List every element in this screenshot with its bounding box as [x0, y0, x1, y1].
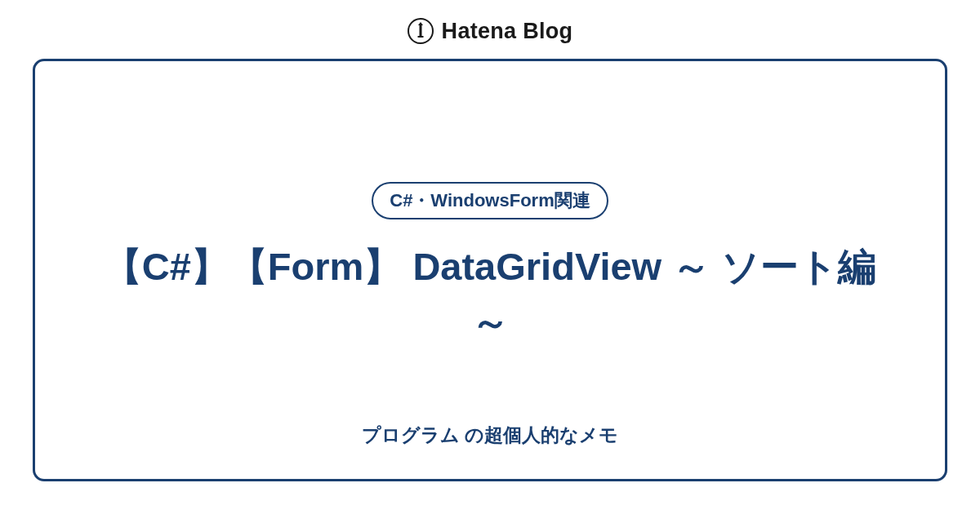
blog-name: プログラム の超個人的なメモ: [362, 423, 618, 448]
brand-header: Hatena Blog: [0, 0, 980, 59]
article-card: C#・WindowsForm関連 【C#】【Form】 DataGridView…: [33, 59, 947, 481]
brand-name: Hatena Blog: [442, 19, 573, 44]
category-badge: C#・WindowsForm関連: [372, 182, 608, 219]
hatena-logo-icon: [408, 18, 434, 44]
article-title: 【C#】【Form】 DataGridView ～ ソート編 ～: [84, 239, 896, 350]
